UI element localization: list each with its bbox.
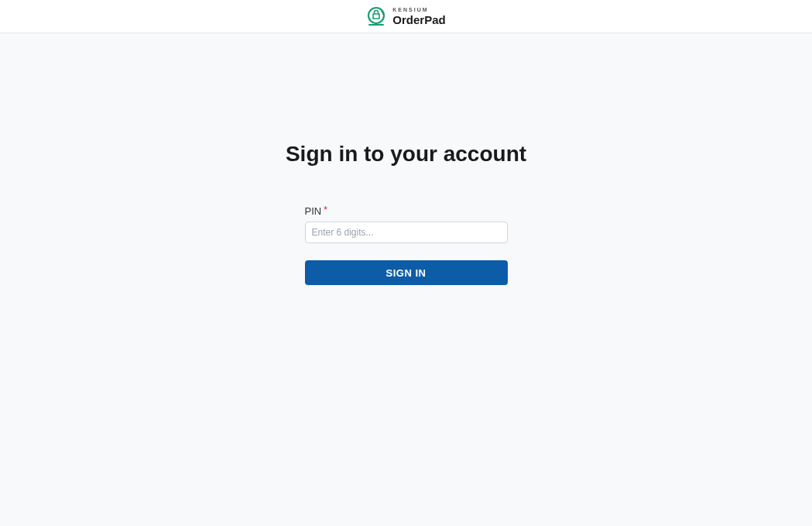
required-indicator: *	[324, 205, 327, 215]
pin-input[interactable]	[305, 222, 508, 243]
page-title: Sign in to your account	[286, 142, 526, 167]
signin-form: PIN * SIGN IN	[305, 205, 508, 285]
pin-label: PIN	[305, 205, 322, 217]
pin-label-row: PIN *	[305, 205, 508, 217]
logo-brand-text: KENSIUM	[392, 7, 445, 12]
app-header: KENSIUM OrderPad	[0, 0, 812, 33]
logo-product-text: OrderPad	[392, 14, 445, 26]
orderpad-logo-icon	[366, 6, 386, 26]
logo: KENSIUM OrderPad	[366, 6, 445, 26]
main-content: Sign in to your account PIN * SIGN IN	[0, 33, 812, 285]
logo-text: KENSIUM OrderPad	[392, 7, 445, 26]
signin-button[interactable]: SIGN IN	[305, 260, 508, 285]
